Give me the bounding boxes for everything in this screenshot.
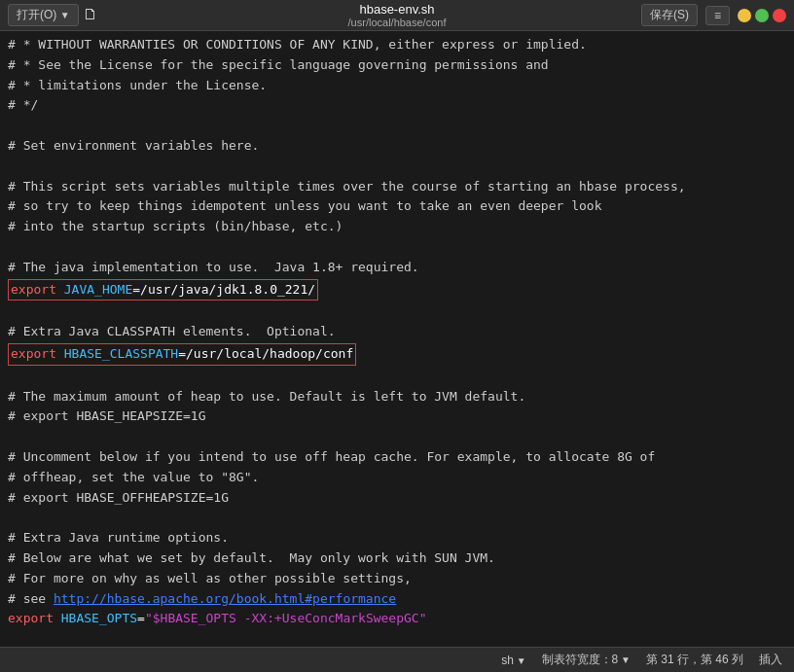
maximize-button[interactable]: [755, 9, 769, 22]
file-icon: 🗋: [83, 6, 98, 24]
open-label: 打开(O): [17, 8, 56, 21]
hbase-classpath-export: export HBASE_CLASSPATH=/usr/local/hadoop…: [8, 343, 356, 366]
titlebar: 打开(O) ▼ 🗋 hbase-env.sh /usr/local/hbase/…: [0, 0, 794, 31]
tab-width-selector[interactable]: 制表符宽度：8: [542, 652, 631, 668]
save-button[interactable]: 保存(S): [641, 4, 698, 26]
edit-mode: 插入: [759, 652, 782, 668]
close-button[interactable]: [773, 9, 786, 22]
java-home-export: export JAVA_HOME=/usr/java/jdk1.8.0_221/: [8, 279, 318, 301]
language-selector[interactable]: sh: [501, 654, 525, 667]
titlebar-center: hbase-env.sh /usr/local/hbase/conf: [348, 2, 447, 28]
titlebar-right: 保存(S) ≡: [641, 4, 786, 26]
position-label: 第 31 行，第 46 列: [646, 652, 743, 668]
minimize-button[interactable]: [738, 9, 751, 22]
language-label: sh: [501, 654, 525, 667]
hbase-book-link[interactable]: http://hbase.apache.org/book.html#perfor…: [54, 591, 396, 606]
hamburger-menu-button[interactable]: ≡: [705, 6, 730, 25]
mode-label: 插入: [759, 652, 782, 668]
statusbar: sh 制表符宽度：8 第 31 行，第 46 列 插入: [0, 647, 794, 672]
tab-width-label: 制表符宽度：8: [542, 652, 631, 668]
titlebar-subtitle: /usr/local/hbase/conf: [348, 17, 447, 28]
cursor-position: 第 31 行，第 46 列: [646, 652, 743, 668]
editor-area[interactable]: # * WITHOUT WARRANTIES OR CONDITIONS OF …: [0, 31, 794, 647]
window-controls: [738, 9, 786, 22]
editor-content: # * WITHOUT WARRANTIES OR CONDITIONS OF …: [8, 35, 786, 647]
dropdown-arrow-icon: ▼: [60, 10, 70, 20]
titlebar-title: hbase-env.sh: [348, 2, 447, 17]
open-menu-button[interactable]: 打开(O) ▼: [8, 4, 79, 26]
titlebar-left: 打开(O) ▼ 🗋: [8, 4, 98, 26]
